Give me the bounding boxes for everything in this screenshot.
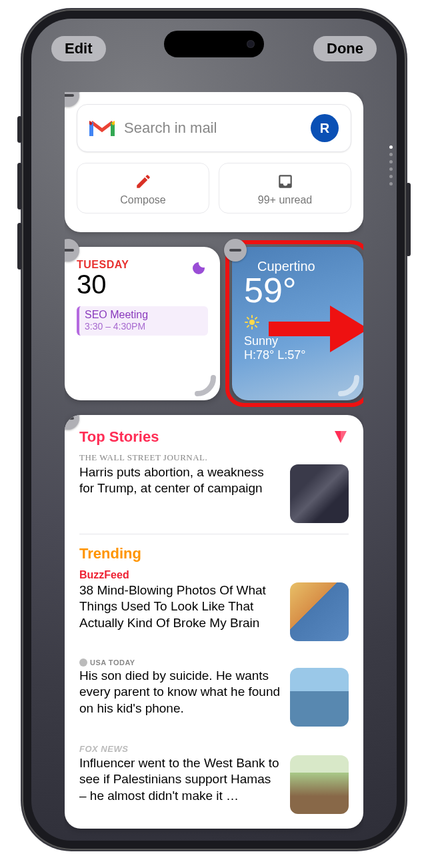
news-story[interactable]: His son died by suicide. He wants every … <box>79 668 349 737</box>
gmail-widget[interactable]: Search in mail R Compose 99+ unread <box>65 92 363 232</box>
dynamic-island <box>164 31 264 57</box>
gmail-avatar[interactable]: R <box>311 114 339 142</box>
done-button[interactable]: Done <box>313 36 377 61</box>
minus-icon <box>65 94 74 97</box>
calendar-date: 30 <box>77 270 208 300</box>
gmail-search-placeholder: Search in mail <box>124 119 301 137</box>
remove-widget-button[interactable] <box>65 239 79 262</box>
page-indicator <box>389 145 393 185</box>
minus-icon <box>65 417 74 420</box>
edit-button[interactable]: Edit <box>51 36 106 61</box>
calendar-event-title: SEO Meeting <box>85 309 203 321</box>
news-source: USA TODAY <box>79 659 349 667</box>
apple-news-icon <box>333 429 349 445</box>
resize-handle[interactable] <box>193 374 217 398</box>
news-story[interactable]: Influencer went to the West Bank to see … <box>79 755 349 825</box>
news-source: THE WALL STREET JOURNAL. <box>79 452 349 463</box>
trending-heading: Trending <box>79 545 349 562</box>
svg-rect-1 <box>65 249 74 252</box>
svg-line-9 <box>255 326 257 327</box>
svg-rect-12 <box>65 417 74 420</box>
phone-frame: Edit Done <box>22 9 406 850</box>
news-thumbnail <box>290 668 349 727</box>
news-widget[interactable]: Top Stories THE WALL STREET JOURNAL. Har… <box>65 415 363 829</box>
remove-widget-button[interactable] <box>65 92 79 107</box>
minus-icon <box>229 249 241 252</box>
calendar-widget[interactable]: TUESDAY 30 SEO Meeting 3:30 – 4:30PM <box>65 247 220 400</box>
svg-line-10 <box>247 326 249 327</box>
minus-icon <box>65 249 74 252</box>
unread-label: 99+ unread <box>258 194 312 206</box>
gmail-icon <box>89 118 115 138</box>
top-stories-heading: Top Stories <box>79 428 159 446</box>
moon-icon <box>191 260 207 276</box>
volume-up-button <box>17 163 22 209</box>
news-thumbnail <box>290 582 349 641</box>
news-headline: His son died by suicide. He wants every … <box>79 668 281 727</box>
gmail-search-bar[interactable]: Search in mail R <box>77 104 351 152</box>
compose-label: Compose <box>120 194 165 206</box>
news-story[interactable]: Harris puts abortion, a weakness for Tru… <box>79 464 349 534</box>
power-button <box>406 183 411 256</box>
resize-handle[interactable] <box>337 374 361 398</box>
remove-widget-button[interactable] <box>224 239 247 262</box>
svg-rect-0 <box>65 94 74 97</box>
news-headline: Influencer went to the West Bank to see … <box>79 755 281 814</box>
sun-icon <box>244 314 260 330</box>
news-headline: Harris puts abortion, a weakness for Tru… <box>79 464 281 523</box>
svg-point-3 <box>249 320 255 325</box>
news-thumbnail <box>290 464 349 523</box>
annotation-arrow-icon <box>263 299 363 359</box>
svg-line-11 <box>255 318 257 319</box>
calendar-event-time: 3:30 – 4:30PM <box>85 321 203 332</box>
compose-icon <box>135 173 152 190</box>
inbox-icon <box>277 173 294 190</box>
svg-line-8 <box>247 318 249 319</box>
today-view-screen: Edit Done <box>31 19 397 841</box>
volume-down-button <box>17 223 22 270</box>
news-story[interactable]: 38 Mind-Blowing Photos Of What Things Us… <box>79 582 349 652</box>
silent-switch <box>17 116 22 143</box>
gmail-compose-button[interactable]: Compose <box>77 163 209 213</box>
gmail-inbox-button[interactable]: 99+ unread <box>219 163 351 213</box>
news-headline: 38 Mind-Blowing Photos Of What Things Us… <box>79 582 281 641</box>
calendar-event[interactable]: SEO Meeting 3:30 – 4:30PM <box>77 306 208 336</box>
remove-widget-button[interactable] <box>65 415 79 430</box>
svg-rect-2 <box>229 249 241 252</box>
news-thumbnail <box>290 755 349 814</box>
news-source: FOX NEWS <box>79 744 349 754</box>
news-source: BuzzFeed <box>79 569 349 581</box>
